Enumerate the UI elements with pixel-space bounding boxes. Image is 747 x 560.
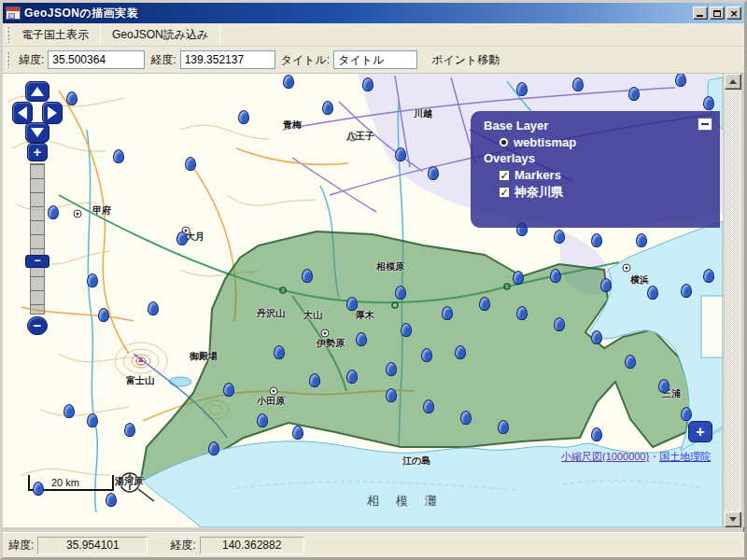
map-marker[interactable] (63, 404, 75, 418)
map-marker[interactable] (516, 306, 528, 320)
map-marker[interactable] (479, 297, 490, 311)
map-marker[interactable] (274, 345, 285, 359)
map-marker[interactable] (455, 345, 466, 359)
title-bar[interactable]: GeoJSONの描画実装 × (3, 3, 744, 23)
map-marker[interactable] (322, 101, 333, 115)
toolbar-gripper[interactable] (7, 27, 9, 43)
move-point-button[interactable]: ポイント移動 (423, 49, 508, 71)
map-marker[interactable] (428, 166, 439, 180)
map-marker[interactable] (386, 388, 397, 402)
map-marker[interactable] (98, 308, 109, 322)
map-marker[interactable] (703, 269, 714, 283)
scroll-down-button[interactable] (725, 511, 741, 527)
map-marker[interactable] (106, 493, 117, 507)
geojson-load-button[interactable]: GeoJSON読み込み (104, 24, 217, 46)
minimize-icon (697, 15, 703, 17)
map-marker[interactable] (442, 306, 453, 320)
pan-east-button[interactable] (42, 102, 63, 124)
app-icon (6, 7, 21, 20)
longitude-input[interactable] (180, 50, 275, 69)
map-marker[interactable] (513, 271, 524, 285)
zoom-in-button[interactable]: + (27, 143, 48, 161)
map-marker[interactable] (681, 407, 692, 421)
map-marker[interactable] (223, 383, 234, 397)
map-marker[interactable] (176, 231, 188, 245)
markers-overlay-row[interactable]: ✓ Markers (499, 168, 711, 182)
map-marker[interactable] (516, 82, 528, 96)
map-marker[interactable] (636, 233, 647, 247)
map-marker[interactable] (87, 413, 98, 427)
map-marker[interactable] (498, 420, 509, 434)
kanagawa-checkbox[interactable]: ✓ (499, 187, 510, 198)
overlays-heading: Overlays (484, 151, 711, 165)
map-marker[interactable] (346, 297, 358, 311)
map-marker[interactable] (309, 373, 320, 387)
map-marker[interactable] (386, 362, 397, 376)
map-marker[interactable] (292, 426, 303, 440)
close-button[interactable]: × (726, 7, 741, 20)
map-marker[interactable] (550, 269, 561, 283)
pan-north-button[interactable] (25, 81, 49, 102)
map-marker[interactable] (460, 411, 472, 425)
map-marker[interactable] (395, 147, 406, 161)
scroll-up-button[interactable] (725, 74, 741, 90)
map-marker[interactable] (572, 77, 584, 91)
map-marker[interactable] (554, 230, 565, 244)
map-marker[interactable] (401, 323, 412, 337)
pan-south-button[interactable] (25, 122, 49, 143)
vertical-scrollbar[interactable] (725, 74, 741, 527)
map-marker[interactable] (346, 370, 358, 384)
map-marker[interactable] (554, 317, 565, 331)
map-marker[interactable] (647, 286, 658, 300)
attribution-agency-link[interactable]: 国土地理院 (659, 451, 711, 462)
status-bar: 緯度: 35.954101 経度: 140.362882 (3, 532, 744, 557)
map-marker[interactable] (148, 301, 159, 315)
map-marker[interactable] (33, 482, 44, 496)
map-marker[interactable] (600, 278, 612, 292)
map-marker[interactable] (628, 87, 640, 101)
map-marker[interactable] (421, 348, 432, 362)
map-marker[interactable] (625, 355, 636, 369)
zoom-slider-handle[interactable]: − (25, 255, 49, 268)
map-marker[interactable] (591, 233, 602, 247)
map-marker[interactable] (124, 423, 135, 437)
title-input[interactable] (333, 50, 417, 69)
arrow-right-icon (48, 106, 57, 119)
overview-map-toggle-button[interactable]: + (688, 421, 712, 442)
map-marker[interactable] (87, 273, 98, 287)
map-marker[interactable] (283, 75, 294, 89)
map-marker[interactable] (703, 96, 714, 110)
latitude-input[interactable] (48, 50, 145, 69)
map-marker[interactable] (113, 149, 124, 163)
layerswitcher-minimize-button[interactable] (698, 118, 712, 131)
minimize-button[interactable] (693, 7, 708, 20)
webtismap-radio[interactable] (499, 137, 509, 147)
map-marker[interactable] (681, 284, 692, 298)
status-lat-label: 緯度: (8, 538, 34, 553)
denshi-kokudo-button[interactable]: 電子国土表示 (13, 24, 97, 46)
toolbar-gripper[interactable] (7, 52, 9, 68)
map-marker[interactable] (208, 441, 219, 455)
attribution-scale-link[interactable]: 小縮尺図(1000000) (561, 451, 649, 462)
markers-checkbox[interactable]: ✓ (499, 170, 510, 181)
map-marker[interactable] (257, 413, 268, 427)
main-toolbar: 電子国土表示 GeoJSON読み込み (3, 23, 744, 47)
zoom-out-button[interactable]: − (27, 316, 48, 335)
map-marker[interactable] (423, 399, 434, 413)
map-marker[interactable] (658, 379, 669, 393)
map-marker[interactable] (185, 157, 196, 171)
map-marker[interactable] (395, 286, 406, 300)
map-marker[interactable] (362, 77, 374, 91)
map-marker[interactable] (591, 427, 602, 441)
title-label: タイトル: (281, 52, 330, 68)
map-marker[interactable] (356, 332, 367, 346)
kanagawa-overlay-row[interactable]: ✓ 神奈川県 (499, 184, 711, 201)
maximize-button[interactable] (710, 7, 725, 20)
base-layer-option-row[interactable]: webtismap (499, 135, 711, 149)
map-marker[interactable] (675, 74, 686, 87)
pan-west-button[interactable] (12, 102, 33, 124)
map-marker[interactable] (591, 330, 602, 344)
zoom-slider-track[interactable] (30, 163, 45, 315)
map-marker[interactable] (302, 269, 313, 283)
map-marker[interactable] (238, 110, 249, 124)
